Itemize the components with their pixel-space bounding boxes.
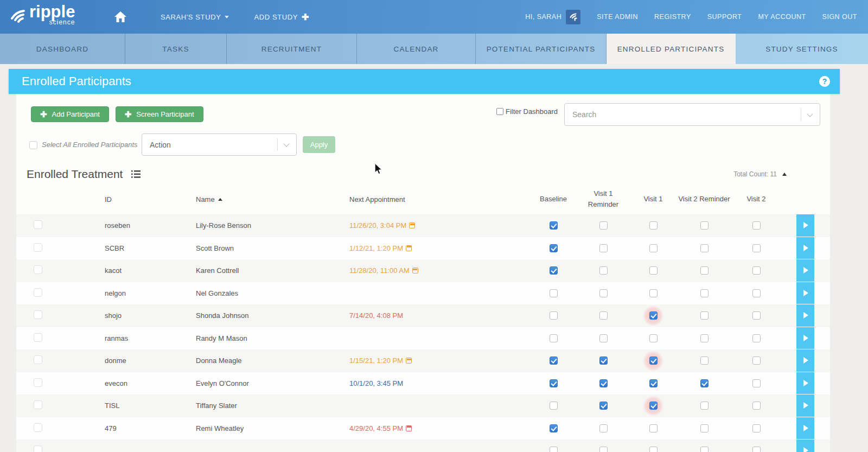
visit1-reminder-checkbox[interactable] [599, 334, 608, 342]
row-select-checkbox[interactable] [34, 220, 42, 229]
visit1-checkbox[interactable] [649, 402, 658, 410]
nav-link-site-admin[interactable]: SITE ADMIN [597, 13, 638, 21]
column-header-id[interactable]: ID [98, 195, 189, 203]
chevron-down-icon[interactable] [807, 111, 813, 117]
visit1-checkbox[interactable] [649, 379, 658, 387]
row-select-checkbox[interactable] [34, 310, 42, 319]
baseline-checkbox[interactable] [550, 356, 558, 365]
nav-link-my-account[interactable]: MY ACCOUNT [758, 13, 806, 21]
column-header-visit1-reminder[interactable]: Visit 1 Reminder [578, 188, 628, 210]
visit2-reminder-checkbox[interactable] [700, 311, 709, 320]
apply-button[interactable]: Apply [303, 136, 335, 153]
tab-potential-participants[interactable]: POTENTIAL PARTICIPANTS [476, 34, 607, 64]
nav-link-support[interactable]: SUPPORT [707, 13, 742, 21]
nav-link-sign-out[interactable]: SIGN OUT [822, 13, 857, 21]
expand-row-button[interactable] [796, 259, 814, 282]
baseline-checkbox[interactable] [550, 266, 558, 275]
column-header-name[interactable]: Name [189, 195, 342, 203]
tab-study-settings[interactable]: STUDY SETTINGS [736, 34, 868, 64]
visit1-reminder-checkbox[interactable] [599, 289, 608, 297]
row-select-checkbox[interactable] [34, 423, 42, 432]
visit1-checkbox[interactable] [649, 289, 658, 297]
baseline-checkbox[interactable] [550, 424, 558, 432]
column-header-visit2-reminder[interactable]: Visit 2 Reminder [678, 194, 730, 205]
row-select-checkbox[interactable] [34, 243, 42, 252]
visit2-checkbox[interactable] [752, 244, 761, 252]
visit1-reminder-checkbox[interactable] [599, 244, 608, 252]
visit2-reminder-checkbox[interactable] [700, 244, 709, 252]
list-view-icon[interactable] [131, 170, 141, 178]
visit1-checkbox[interactable] [649, 334, 658, 342]
row-select-checkbox[interactable] [34, 355, 42, 364]
user-greeting[interactable]: HI, SARAH [525, 10, 580, 24]
visit2-reminder-checkbox[interactable] [700, 356, 709, 365]
visit1-checkbox[interactable] [649, 311, 658, 320]
ripple-science-logo[interactable]: ripple science [0, 3, 108, 30]
visit2-checkbox[interactable] [752, 221, 761, 230]
chevron-down-icon[interactable] [283, 141, 289, 147]
visit1-checkbox[interactable] [649, 356, 658, 365]
visit2-reminder-checkbox[interactable] [700, 221, 709, 230]
visit2-reminder-checkbox[interactable] [700, 424, 709, 432]
visit1-reminder-checkbox[interactable] [599, 356, 608, 365]
row-select-checkbox[interactable] [34, 333, 42, 342]
visit2-checkbox[interactable] [752, 356, 761, 365]
tab-recruitment[interactable]: RECRUITMENT [227, 34, 357, 64]
visit1-reminder-checkbox[interactable] [599, 311, 608, 320]
column-header-baseline[interactable]: Baseline [528, 194, 578, 205]
add-participant-button[interactable]: ✚ Add Participant [31, 106, 109, 122]
tab-tasks[interactable]: TASKS [125, 34, 227, 64]
help-icon[interactable]: ? [819, 76, 830, 87]
expand-row-button[interactable] [796, 372, 814, 395]
expand-row-button[interactable] [796, 237, 814, 260]
expand-row-button[interactable] [796, 304, 814, 327]
home-icon[interactable] [114, 11, 127, 23]
visit2-checkbox[interactable] [752, 424, 761, 432]
column-header-next-appointment[interactable]: Next Appointment [342, 195, 528, 203]
visit2-checkbox[interactable] [752, 289, 761, 297]
expand-row-button[interactable] [796, 214, 814, 237]
visit2-reminder-checkbox[interactable] [700, 379, 709, 387]
expand-row-button[interactable] [796, 282, 814, 305]
visit2-reminder-checkbox[interactable] [700, 334, 709, 342]
expand-row-button[interactable] [796, 394, 814, 417]
expand-row-button[interactable] [796, 327, 814, 350]
visit1-reminder-checkbox[interactable] [599, 221, 608, 230]
visit2-checkbox[interactable] [752, 447, 761, 452]
visit1-reminder-checkbox[interactable] [599, 379, 608, 387]
row-select-checkbox[interactable] [34, 400, 42, 409]
filter-dashboard-checkbox[interactable] [496, 108, 503, 115]
row-select-checkbox[interactable] [34, 288, 42, 297]
row-select-checkbox[interactable] [34, 445, 42, 452]
visit2-checkbox[interactable] [752, 334, 761, 342]
visit2-reminder-checkbox[interactable] [700, 402, 709, 410]
baseline-checkbox[interactable] [550, 311, 558, 320]
tab-dashboard[interactable]: DASHBOARD [0, 34, 125, 64]
expand-row-button[interactable] [796, 417, 814, 440]
add-study-button[interactable]: ADD STUDY ✚ [254, 12, 309, 22]
tab-calendar[interactable]: CALENDAR [357, 34, 476, 64]
visit2-reminder-checkbox[interactable] [700, 289, 709, 297]
visit1-reminder-checkbox[interactable] [599, 402, 608, 410]
visit1-checkbox[interactable] [649, 244, 658, 252]
column-header-visit1[interactable]: Visit 1 [628, 194, 678, 205]
avatar[interactable] [566, 10, 580, 24]
baseline-checkbox[interactable] [550, 402, 558, 410]
visit2-checkbox[interactable] [752, 266, 761, 275]
select-all-checkbox[interactable] [29, 141, 37, 149]
visit1-checkbox[interactable] [649, 424, 658, 432]
nav-link-registry[interactable]: REGISTRY [654, 13, 691, 21]
collapse-icon[interactable] [782, 173, 787, 176]
baseline-checkbox[interactable] [550, 447, 558, 452]
column-header-visit2[interactable]: Visit 2 [730, 194, 782, 205]
visit1-checkbox[interactable] [649, 221, 658, 230]
expand-row-button[interactable] [796, 440, 814, 452]
action-select[interactable]: Action [142, 133, 297, 156]
baseline-checkbox[interactable] [550, 244, 558, 252]
screen-participant-button[interactable]: ✚ Screen Participant [116, 106, 203, 122]
visit2-reminder-checkbox[interactable] [700, 447, 709, 452]
baseline-checkbox[interactable] [550, 379, 558, 387]
visit1-reminder-checkbox[interactable] [599, 266, 608, 275]
visit1-reminder-checkbox[interactable] [599, 424, 608, 432]
row-select-checkbox[interactable] [34, 265, 42, 274]
